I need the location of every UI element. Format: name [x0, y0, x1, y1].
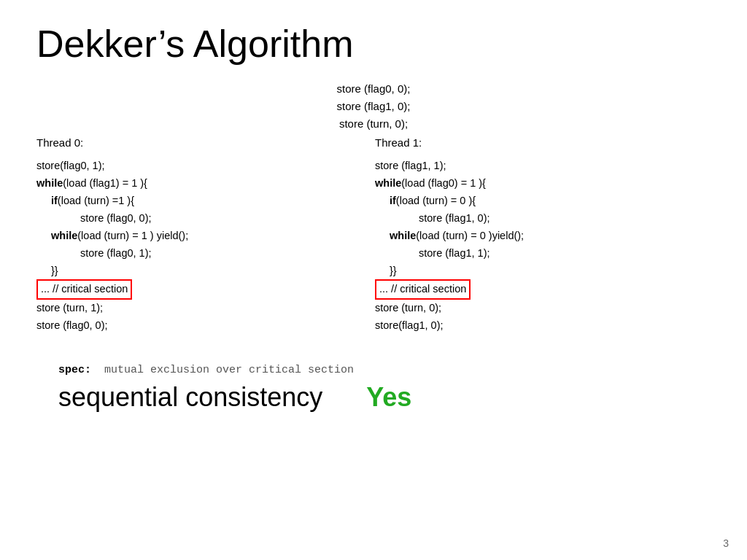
- slide: Dekker’s Algorithm store (flag0, 0); sto…: [0, 0, 747, 560]
- init-code-block: store (flag0, 0); store (flag1, 0); stor…: [36, 80, 711, 133]
- spec-text: mutual exclusion over critical section: [104, 364, 354, 376]
- t1-line10: store(flag1, 0);: [375, 317, 711, 335]
- t1-line3: if(load (turn) = 0 ){: [375, 192, 711, 210]
- t0-line1: store(flag0, 1);: [36, 158, 372, 175]
- result-answer: Yes: [366, 382, 411, 413]
- t1-line4: store (flag1, 0);: [375, 210, 711, 228]
- thread1-panel: Thread 1: store (flag1, 1); while(load (…: [375, 136, 711, 335]
- t1-line8: ... // critical section: [375, 279, 711, 300]
- t1-line2: while(load (flag0) = 1 ){: [375, 175, 711, 192]
- t0-line10: store (flag0, 0);: [36, 317, 372, 335]
- thread0-panel: Thread 0: store(flag0, 1); while(load (f…: [36, 136, 372, 335]
- t1-line7: }}: [375, 262, 711, 280]
- t0-critical-box: ... // critical section: [36, 279, 132, 300]
- t0-line4: store (flag0, 0);: [36, 210, 372, 228]
- t0-line3: if(load (turn) =1 ){: [36, 192, 372, 210]
- t0-line6: store (flag0, 1);: [36, 245, 372, 262]
- t0-line8: ... // critical section: [36, 279, 372, 300]
- threads-container: Thread 0: store(flag0, 1); while(load (f…: [36, 136, 711, 335]
- t0-line2: while(load (flag1) = 1 ){: [36, 175, 372, 192]
- init-line2: store (flag1, 0);: [337, 100, 411, 112]
- t0-line5: while(load (turn) = 1 ) yield();: [36, 228, 372, 245]
- init-line3: store (turn, 0);: [339, 117, 408, 130]
- init-line1: store (flag0, 0);: [337, 82, 411, 95]
- page-number: 3: [723, 537, 729, 549]
- t0-line9: store (turn, 1);: [36, 300, 372, 317]
- t1-critical-box: ... // critical section: [375, 279, 471, 300]
- t1-line6: store (flag1, 1);: [375, 245, 711, 262]
- thread1-label: Thread 1:: [375, 136, 711, 149]
- result-model: sequential consistency: [58, 382, 322, 413]
- t1-line9: store (turn, 0);: [375, 300, 711, 317]
- t1-line1: store (flag1, 1);: [375, 158, 711, 175]
- bottom-section: spec: mutual exclusion over critical sec…: [36, 364, 711, 413]
- spec-label: spec:: [58, 364, 91, 376]
- result-line: sequential consistency Yes: [58, 382, 711, 413]
- thread0-label: Thread 0:: [36, 136, 372, 149]
- t1-line5: while(load (turn) = 0 )yield();: [375, 228, 711, 245]
- thread0-code: store(flag0, 1); while(load (flag1) = 1 …: [36, 158, 372, 335]
- t0-line7: }}: [36, 262, 372, 280]
- thread1-code: store (flag1, 1); while(load (flag0) = 1…: [375, 158, 711, 335]
- spec-line: spec: mutual exclusion over critical sec…: [58, 364, 711, 376]
- slide-title: Dekker’s Algorithm: [36, 22, 711, 66]
